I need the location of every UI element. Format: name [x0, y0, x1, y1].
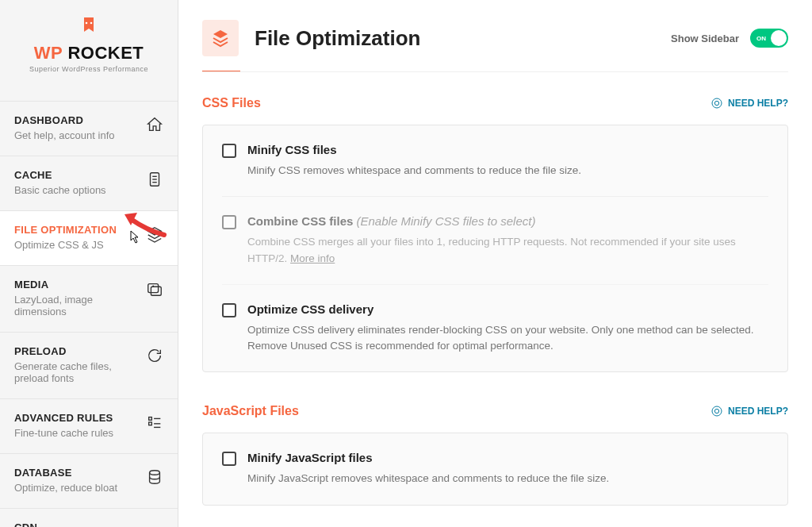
sidebar-item-advanced-rules[interactable]: ADVANCED RULES Fine-tune cache rules — [0, 398, 178, 453]
minify-css-checkbox[interactable] — [222, 144, 236, 158]
svg-point-0 — [86, 22, 88, 25]
nav-sub-advanced: Fine-tune cache rules — [14, 427, 113, 439]
svg-rect-7 — [151, 287, 161, 295]
sidebar-item-media[interactable]: MEDIA LazyLoad, image dimensions — [0, 265, 178, 332]
page-header-icon — [202, 20, 239, 56]
js-need-help-text: NEED HELP? — [728, 406, 788, 417]
js-need-help-link[interactable]: NEED HELP? — [710, 405, 788, 417]
sidebar-item-preload[interactable]: PRELOAD Generate cache files, preload fo… — [0, 332, 178, 398]
minify-js-title: Minify JavaScript files — [247, 451, 768, 464]
option-minify-css: Minify CSS files Minify CSS removes whit… — [222, 125, 768, 197]
svg-rect-9 — [149, 417, 152, 421]
svg-point-18 — [714, 410, 718, 414]
js-options-box: Minify JavaScript files Minify JavaScrip… — [202, 433, 788, 505]
list-icon — [146, 414, 163, 431]
combine-css-desc: Combine CSS merges all your files into 1… — [247, 234, 768, 267]
nav-sub-dashboard: Get help, account info — [14, 129, 114, 141]
sidebar-item-cache[interactable]: CACHE Basic cache options — [0, 156, 178, 210]
minify-css-desc: Minify CSS removes whitespace and commen… — [247, 163, 768, 179]
nav-sub-database: Optimize, reduce bloat — [14, 482, 117, 494]
optimize-css-title: Optimize CSS delivery — [247, 302, 768, 316]
nav-title-cdn: CDN — [14, 521, 37, 527]
logo-tagline: Superior WordPress Performance — [0, 65, 178, 73]
nav-title-cache: CACHE — [14, 169, 106, 181]
logo: WP ROCKET Superior WordPress Performance — [0, 0, 178, 101]
nav-title-preload: PRELOAD — [14, 345, 146, 357]
logo-ribbon-icon — [82, 17, 96, 43]
css-need-help-text: NEED HELP? — [728, 98, 788, 109]
nav-sub-preload: Generate cache files, preload fonts — [14, 360, 146, 384]
css-section-title: CSS Files — [202, 96, 261, 110]
css-section-header: CSS Files NEED HELP? — [202, 96, 788, 110]
toggle-knob — [771, 30, 787, 46]
nav-sub-cache: Basic cache options — [14, 184, 106, 196]
sidebar: WP ROCKET Superior WordPress Performance… — [0, 0, 178, 527]
nav-title-database: DATABASE — [14, 467, 117, 479]
sidebar-item-dashboard[interactable]: DASHBOARD Get help, account info — [0, 101, 178, 156]
combine-css-more-info-link[interactable]: More info — [290, 252, 335, 264]
page-title: File Optimization — [255, 26, 420, 51]
css-need-help-link[interactable]: NEED HELP? — [710, 97, 788, 110]
nav-title-media: MEDIA — [14, 279, 146, 290]
nav-title-dashboard: DASHBOARD — [14, 114, 114, 126]
layers-icon — [146, 225, 163, 243]
help-icon — [710, 97, 723, 110]
js-section-header: JavaScript Files NEED HELP? — [202, 404, 788, 418]
show-sidebar-toggle[interactable]: ON — [750, 29, 788, 48]
database-icon — [146, 468, 163, 486]
logo-rocket-text: ROCKET — [63, 43, 144, 63]
sidebar-item-cdn[interactable]: CDN — [0, 508, 178, 527]
main-content: File Optimization Show Sidebar ON CSS Fi… — [178, 0, 812, 527]
option-optimize-css: Optimize CSS delivery Optimize CSS deliv… — [222, 285, 768, 372]
combine-css-checkbox — [222, 215, 236, 229]
svg-point-14 — [150, 471, 160, 475]
svg-point-17 — [712, 406, 722, 416]
svg-point-16 — [714, 101, 718, 105]
optimize-css-desc: Optimize CSS delivery eliminates render-… — [247, 322, 768, 355]
optimize-css-checkbox[interactable] — [222, 303, 236, 317]
logo-wp-text: WP — [34, 43, 63, 63]
page-header: File Optimization Show Sidebar ON — [202, 20, 788, 72]
sidebar-item-database[interactable]: DATABASE Optimize, reduce bloat — [0, 453, 178, 508]
toggle-state-label: ON — [756, 35, 766, 42]
nav-title-file-opt: FILE OPTIMIZATION — [14, 224, 117, 236]
svg-rect-6 — [148, 284, 159, 293]
document-icon — [146, 171, 163, 188]
nav-sub-media: LazyLoad, image dimensions — [14, 294, 146, 317]
show-sidebar-label: Show Sidebar — [671, 33, 739, 44]
image-icon — [146, 280, 163, 298]
option-combine-css: Combine CSS files (Enable Minify CSS fil… — [222, 197, 768, 285]
minify-css-title: Minify CSS files — [247, 143, 768, 156]
nav-title-advanced: ADVANCED RULES — [14, 412, 113, 424]
minify-js-desc: Minify JavaScript removes whitespace and… — [247, 471, 768, 487]
sidebar-item-file-optimization[interactable]: FILE OPTIMIZATION Optimize CSS & JS — [0, 210, 178, 265]
refresh-icon — [146, 347, 163, 364]
home-icon — [146, 116, 163, 133]
svg-point-15 — [712, 98, 722, 108]
svg-point-1 — [90, 22, 93, 25]
svg-rect-11 — [149, 422, 152, 425]
combine-css-title: Combine CSS files (Enable Minify CSS fil… — [247, 214, 768, 228]
css-options-box: Minify CSS files Minify CSS removes whit… — [202, 125, 788, 372]
nav-sub-file-opt: Optimize CSS & JS — [14, 239, 117, 251]
svg-point-8 — [152, 285, 154, 287]
help-icon — [710, 405, 723, 417]
option-minify-js: Minify JavaScript files Minify JavaScrip… — [222, 433, 768, 504]
js-section-title: JavaScript Files — [202, 404, 299, 418]
minify-js-checkbox[interactable] — [222, 452, 236, 466]
